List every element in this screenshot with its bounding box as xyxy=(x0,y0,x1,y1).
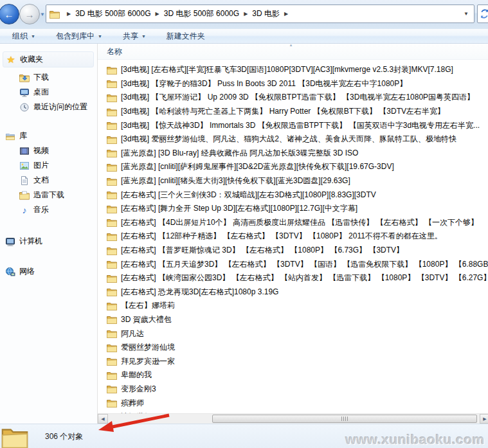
folder-icon xyxy=(107,343,117,352)
folder-icon xyxy=(107,121,117,130)
sidebar-item-recent-places[interactable]: 最近访问的位置 xyxy=(0,100,97,114)
file-row[interactable]: [蓝光原盘] [3D Blu-ray] 经典收藏作品 阿凡达加长版3碟完整版 3… xyxy=(98,147,488,161)
folder-icon xyxy=(107,66,117,75)
file-row[interactable]: [3d电视] 【哈利波特与死亡圣器上下两集】 Harry Potter 【免权限… xyxy=(98,105,488,119)
file-name: 卑鄙的我 xyxy=(121,370,152,381)
file-row[interactable]: [左右格式] 【4D出屏短片10个】 高清画质极度出屏炫耀佳品 【迅雷快传】 【… xyxy=(98,216,488,230)
address-dropdown-icon[interactable]: ▼ xyxy=(464,11,471,17)
folder-icon xyxy=(107,163,117,172)
share-button[interactable]: 共享 ▼ xyxy=(117,29,152,44)
recent-pages-dropdown[interactable]: ▼ xyxy=(40,12,45,17)
address-bar[interactable]: ▶ 3D 电影 500部 6000G ▶ 3D 电影 500部 6000G ▶ … xyxy=(46,4,474,23)
file-row[interactable]: [3d电视] 爱丽丝梦游仙境、阿凡达、猫狗大战2、诸神之战、美食从天而降、豚鼠特… xyxy=(98,132,488,147)
sidebar-item-pictures[interactable]: 图片 xyxy=(0,158,97,173)
folder-icon xyxy=(107,204,117,213)
include-in-library-button[interactable]: 包含到库中 ▼ xyxy=(50,29,108,44)
file-row[interactable]: 变形金刚3 xyxy=(98,382,488,397)
file-name: [左右格式] 【五月天追梦3D】 【左右格式】 【3DTV】 【国语】 【迅雷免… xyxy=(121,259,488,270)
music-icon: ♪ xyxy=(19,205,30,215)
navigation-pane: ★ 收藏夹 下载 桌面 最近访问的位置 库 xyxy=(0,44,98,424)
file-name: [蓝光原盘] [cnliti][猪头逛大街3][快传免权下载][蓝光3D圆盘][… xyxy=(121,175,350,186)
file-row[interactable]: [左右格式] [三个火三剑侠3D：双城暗战][左右3D格式][1080P][8.… xyxy=(98,188,488,202)
file-name: [左右格式] [三个火三剑侠3D：双城暗战][左右3D格式][1080P][8.… xyxy=(121,190,376,201)
file-list: [3d电视] [左右格式][半宽]狂暴飞车3D[国语]1080P[3DTV][A… xyxy=(98,59,488,414)
sidebar-item-label: 音乐 xyxy=(33,204,49,215)
sidebar-item-label: 桌面 xyxy=(33,87,49,98)
organize-button[interactable]: 组织 ▼ xyxy=(6,29,41,44)
desktop-icon xyxy=(19,87,30,98)
chevron-down-icon: ▼ xyxy=(98,34,102,39)
folder-icon xyxy=(107,301,117,310)
command-toolbar: 组织 ▼ 包含到库中 ▼ 共享 ▼ 新建文件夹 xyxy=(0,29,488,44)
file-row[interactable]: 3D 賀歲大禮包 xyxy=(98,313,488,327)
back-button[interactable]: ← xyxy=(0,4,19,24)
sidebar-item-thunder-downloads[interactable]: 迅雷下载 xyxy=(0,188,97,202)
favorites-star-icon: ★ xyxy=(6,55,16,65)
file-row[interactable]: [3d电视] 【穿靴子的猫3D】 Puss In Boots 3D 2011 【… xyxy=(98,77,488,91)
sidebar-item-label: 文档 xyxy=(33,175,49,186)
file-row[interactable]: [左右格式] 【普罗旺斯惊魂记 3D】 【左右格式】 【1080P】 【6.73… xyxy=(98,244,488,258)
scroll-left-button[interactable]: ◀ xyxy=(98,414,108,424)
file-row[interactable]: [左右格式] 【峡湾国家公园3D】 【左右格式】 【站内首发】 【迅雷下载】 【… xyxy=(98,271,488,285)
file-row[interactable]: 阿凡达 xyxy=(98,327,488,341)
column-header-name[interactable]: ▲ 名称 xyxy=(98,44,488,60)
file-row[interactable]: 爱丽丝梦游仙境 xyxy=(98,341,488,355)
network-icon xyxy=(5,267,15,277)
file-row[interactable]: [蓝光原盘] [cnliti][萨利姆鬼屋事件][3D&2D蓝光原盘][快传免权… xyxy=(98,160,488,174)
sidebar-item-computer[interactable]: 计算机 xyxy=(0,234,97,249)
navigation-bar: ← → ▼ ▶ 3D 电影 500部 6000G ▶ 3D 电影 500部 60… xyxy=(0,0,488,30)
sidebar-item-favorites[interactable]: ★ 收藏夹 xyxy=(3,51,94,67)
scrollbar-thumb[interactable] xyxy=(212,415,477,423)
chevron-down-icon: ▼ xyxy=(31,34,35,39)
file-name: 阿凡达 xyxy=(121,328,144,339)
breadcrumb-separator-icon[interactable]: ▶ xyxy=(281,11,291,17)
file-row[interactable]: [左右格式] [舞力全开 Step Up 3D][左右格式][1080P][12… xyxy=(98,202,488,216)
thunder-downloads-icon xyxy=(19,190,30,201)
file-name: [3d电视] [左右格式][半宽]狂暴飞车3D[国语]1080P[3DTV][A… xyxy=(121,64,453,75)
file-row[interactable]: 殡葬师 xyxy=(98,396,488,410)
sidebar-item-network[interactable]: 网络 xyxy=(0,264,97,279)
breadcrumb-segment[interactable]: 3D 电影 500部 6000G xyxy=(163,7,240,21)
horizontal-scrollbar[interactable]: ◀ ▶ xyxy=(98,413,488,424)
breadcrumb-separator-icon[interactable]: ▶ xyxy=(152,11,163,17)
refresh-button[interactable] xyxy=(477,4,488,23)
file-row[interactable]: [左右格式] 【12部种子精选】 【左右格式】 【3DTV】 【1080P】 2… xyxy=(98,229,488,244)
file-row[interactable]: [3d电视] [左右格式][半宽]狂暴飞车3D[国语]1080P[3DTV][A… xyxy=(98,63,488,77)
sidebar-item-label: 迅雷下载 xyxy=(33,190,64,201)
folder-icon xyxy=(107,148,117,157)
sidebar-item-desktop[interactable]: 桌面 xyxy=(0,85,97,100)
scroll-right-button[interactable]: ▶ xyxy=(480,414,488,424)
file-row[interactable]: 卑鄙的我 xyxy=(98,368,488,382)
breadcrumb-segment[interactable]: 3D 电影 xyxy=(251,7,281,21)
sidebar-item-label: 计算机 xyxy=(19,236,42,247)
folder-icon xyxy=(107,399,117,408)
sidebar-item-label: 视频 xyxy=(33,145,49,156)
file-row[interactable]: [左右格式] 【五月天追梦3D】 【左右格式】 【3DTV】 【国语】 【迅雷免… xyxy=(98,257,488,271)
folder-icon xyxy=(107,93,117,102)
file-row[interactable]: [3d电视] 【飞屋环游记】 Up 2009 3D 【免权限BTPT迅雷下载】 … xyxy=(98,91,488,105)
folder-icon xyxy=(107,177,117,186)
file-row[interactable]: [蓝光原盘] [cnliti][猪头逛大街3][快传免权下载][蓝光3D圆盘][… xyxy=(98,174,488,188)
libraries-icon xyxy=(5,131,15,141)
new-folder-button[interactable]: 新建文件夹 xyxy=(161,29,211,44)
file-row[interactable]: [左右格式] 恐龙再现3D[左右格式]1080p 3.19G xyxy=(98,285,488,300)
file-row[interactable]: 【左右】娜塔莉 xyxy=(98,299,488,313)
include-in-library-label: 包含到库中 xyxy=(56,31,95,42)
computer-icon xyxy=(5,237,15,247)
sidebar-item-label: 库 xyxy=(19,130,27,141)
file-row[interactable]: [3d电视] 【惊天战神3D】 Immortals 3D 【免权限迅雷BTPT下… xyxy=(98,118,488,132)
folder-icon xyxy=(107,218,117,227)
breadcrumb-separator-icon[interactable]: ▶ xyxy=(240,11,251,17)
file-name: 3D 賀歲大禮包 xyxy=(121,314,172,325)
sidebar-item-music[interactable]: ♪ 音乐 xyxy=(0,202,97,217)
sidebar-item-videos[interactable]: 视频 xyxy=(0,143,97,158)
forward-button[interactable]: → xyxy=(19,4,40,24)
sidebar-item-libraries[interactable]: 库 xyxy=(0,129,97,143)
file-name: 【左右】娜塔莉 xyxy=(121,300,175,311)
folder-icon xyxy=(1,426,28,448)
file-row[interactable]: 拜见罗宾逊一家 xyxy=(98,354,488,368)
sidebar-item-downloads[interactable]: 下载 xyxy=(0,70,97,85)
breadcrumb-segment[interactable]: 3D 电影 500部 6000G xyxy=(74,7,152,21)
file-name: 拜见罗宾逊一家 xyxy=(121,356,175,367)
sidebar-item-documents[interactable]: 文档 xyxy=(0,173,97,188)
